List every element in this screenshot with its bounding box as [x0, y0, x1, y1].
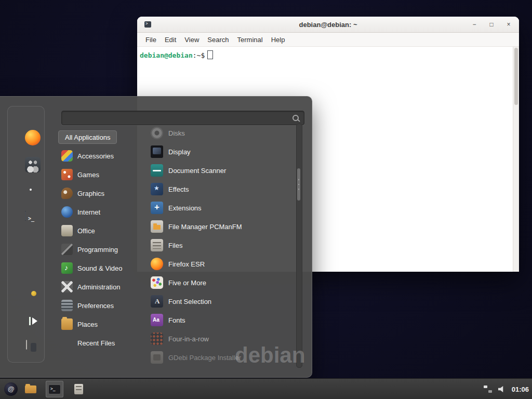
menu-search-input[interactable] — [62, 111, 292, 125]
app-list-scrollbar-thumb[interactable] — [297, 168, 300, 201]
taskbar-files-button[interactable] — [70, 381, 87, 397]
favorite-people-icon[interactable] — [25, 157, 41, 172]
menu-edit[interactable]: Edit — [161, 36, 180, 44]
category-places[interactable]: Places — [58, 315, 148, 334]
category-label: Sound & Video — [77, 264, 123, 272]
category-label: Office — [77, 227, 95, 235]
menu-help[interactable]: Help — [267, 36, 289, 44]
category-sound-video[interactable]: Sound & Video — [58, 259, 148, 277]
terminal-scrollbar[interactable] — [513, 47, 519, 272]
category-administration[interactable]: Administration — [58, 277, 148, 296]
app-item-document-scanner[interactable]: Document Scanner — [149, 161, 293, 180]
scanner-icon — [151, 164, 163, 177]
preferences-icon — [61, 300, 73, 311]
search-icon — [292, 114, 300, 122]
terminal-window-icon — [144, 21, 151, 28]
category-preferences[interactable]: Preferences — [58, 296, 148, 315]
programming-icon — [61, 244, 73, 255]
shutdown-icon[interactable] — [26, 340, 27, 350]
app-item-fonts[interactable]: Fonts — [149, 311, 293, 329]
category-label: Accessories — [77, 152, 114, 160]
four-in-a-row-icon — [151, 332, 163, 345]
app-list-scrollbar[interactable] — [296, 124, 302, 368]
app-item-display[interactable]: Display — [149, 142, 293, 161]
category-label: Graphics — [77, 190, 104, 197]
app-label: Five or More — [168, 279, 206, 287]
category-internet[interactable]: Internet — [58, 203, 148, 221]
category-label: Games — [77, 171, 99, 179]
category-accessories[interactable]: Accessories — [58, 147, 148, 165]
taskbar: 01:06 — [0, 378, 532, 399]
debian-menu-icon — [4, 382, 18, 396]
app-item-extensions[interactable]: Extensions — [149, 198, 293, 217]
app-item-font-selection[interactable]: Font Selection — [149, 292, 293, 311]
category-label: Recent Files — [77, 339, 115, 347]
app-item-effects[interactable]: Effects — [149, 180, 293, 198]
category-office[interactable]: Office — [58, 221, 148, 240]
category-recent-files[interactable]: Recent Files — [58, 334, 148, 352]
menu-terminal[interactable]: Terminal — [233, 36, 267, 44]
category-all-applications[interactable]: All Applications — [58, 130, 117, 144]
extensions-icon — [151, 202, 163, 214]
terminal-titlebar[interactable]: debian@debian: ~ − □ × — [137, 17, 519, 33]
taskbar-file-manager-button[interactable] — [22, 381, 39, 397]
fonts-icon — [151, 314, 163, 326]
disks-icon — [151, 127, 163, 139]
favorite-terminal-icon[interactable] — [25, 211, 26, 221]
internet-globe-icon — [61, 206, 73, 218]
app-label: File Manager PCManFM — [168, 223, 242, 231]
category-games[interactable]: Games — [58, 165, 148, 184]
desktop-watermark: debian — [235, 343, 305, 368]
taskbar-terminal-button[interactable] — [46, 381, 63, 397]
files-app-icon — [74, 384, 83, 394]
app-item-files[interactable]: Files — [149, 236, 293, 255]
places-folder-icon — [61, 318, 73, 330]
category-graphics[interactable]: Graphics — [58, 184, 148, 203]
category-programming[interactable]: Programming — [58, 240, 148, 259]
font-selection-icon — [151, 295, 163, 308]
gdebi-icon — [151, 351, 163, 364]
menu-view[interactable]: View — [180, 36, 203, 44]
firefox-icon — [151, 258, 163, 270]
favorite-firefox-icon[interactable] — [25, 130, 41, 145]
administration-icon — [61, 281, 73, 292]
close-button[interactable]: × — [504, 20, 513, 29]
display-icon — [151, 145, 163, 158]
category-label: Programming — [77, 246, 118, 254]
terminal-window-title: debian@debian: ~ — [137, 21, 519, 29]
graphics-icon — [61, 188, 73, 199]
app-item-five-or-more[interactable]: Five or More — [149, 273, 293, 292]
category-label: Places — [77, 321, 98, 328]
volume-icon[interactable] — [498, 386, 506, 393]
app-label: Font Selection — [168, 298, 211, 305]
minimize-button[interactable]: − — [470, 20, 478, 29]
app-item-firefox-esr[interactable]: Firefox ESR — [149, 255, 293, 273]
app-item-file-manager-pcmanfm[interactable]: File Manager PCManFM — [149, 217, 293, 236]
prompt-path: :~$ — [193, 51, 205, 59]
network-icon[interactable] — [484, 385, 492, 393]
application-menu: All Applications Accessories Games Graph… — [0, 96, 312, 378]
app-item-disks[interactable]: Disks — [149, 124, 293, 142]
office-icon — [61, 225, 73, 236]
app-label: Fonts — [168, 316, 185, 324]
shell-prompt: debian@debian:~$ — [140, 50, 213, 59]
menu-search[interactable]: Search — [203, 36, 233, 44]
category-label: Preferences — [77, 302, 114, 310]
prompt-user-host: debian@debian — [140, 51, 193, 59]
effects-icon — [151, 183, 163, 195]
category-list: All Applications Accessories Games Graph… — [58, 128, 148, 352]
accessories-icon — [61, 150, 73, 162]
menu-button[interactable] — [2, 381, 20, 397]
app-label: Effects — [168, 185, 189, 193]
app-label: Four-in-a-row — [168, 335, 209, 343]
maximize-button[interactable]: □ — [487, 20, 496, 29]
terminal-scrollbar-thumb[interactable] — [514, 48, 518, 105]
category-label: Administration — [77, 283, 120, 291]
terminal-menubar: File Edit View Search Terminal Help — [137, 33, 519, 47]
menu-search-box[interactable] — [61, 111, 304, 125]
sound-video-icon — [61, 262, 73, 274]
taskbar-clock[interactable]: 01:06 — [512, 385, 529, 393]
files-icon — [151, 239, 163, 251]
terminal-icon — [48, 384, 61, 394]
menu-file[interactable]: File — [141, 36, 161, 44]
